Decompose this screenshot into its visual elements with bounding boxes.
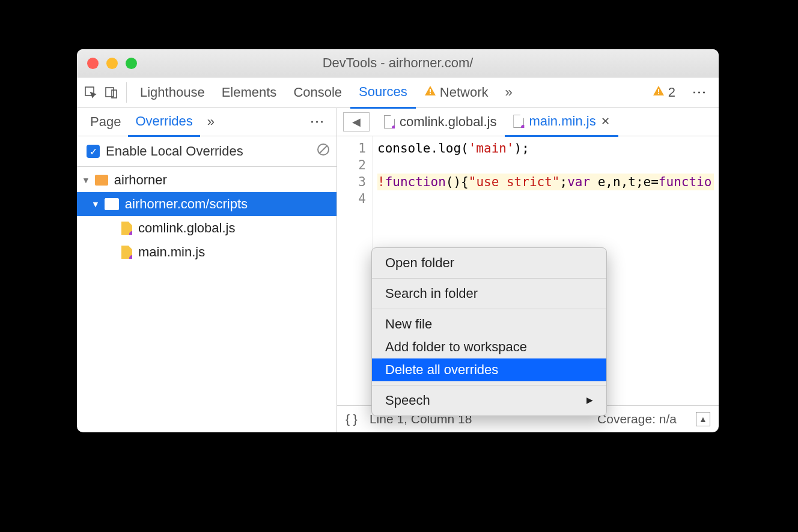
disclosure-triangle-icon[interactable]: ▼ xyxy=(91,199,100,209)
enable-overrides-checkbox[interactable]: ✓ xyxy=(87,145,100,158)
context-menu: Open folder Search in folder New file Ad… xyxy=(371,247,607,416)
file-tree: ▼ airhorner ▼ airhorner.com/scripts coml… xyxy=(77,167,337,432)
panel-tab-elements[interactable]: Elements xyxy=(213,77,285,107)
folder-icon xyxy=(105,198,119,210)
panel-tab-lighthouse[interactable]: Lighthouse xyxy=(132,77,213,107)
minimize-window-button[interactable] xyxy=(106,58,118,69)
modified-dot-icon xyxy=(392,125,397,130)
file-tab-label: main.min.js xyxy=(529,113,595,129)
titlebar: DevTools - airhorner.com/ xyxy=(77,49,719,77)
modified-dot-icon xyxy=(129,255,135,261)
more-navigator-tabs[interactable]: » xyxy=(200,108,222,136)
coverage-status: Coverage: n/a xyxy=(597,412,677,426)
navigate-back-button[interactable]: ◀ xyxy=(343,112,370,131)
disclosure-triangle-icon[interactable]: ▼ xyxy=(82,175,90,185)
main-panel-tabs: Lighthouse Elements Console Sources Netw… xyxy=(77,77,719,108)
traffic-lights xyxy=(87,58,137,69)
expand-button[interactable]: ▲ xyxy=(696,412,710,426)
tree-file-label: main.min.js xyxy=(138,244,205,260)
menu-separator xyxy=(372,309,606,309)
line-numbers: 1 2 3 4 xyxy=(337,136,373,405)
tree-folder-label: airhorner xyxy=(114,172,167,188)
warning-count: 2 xyxy=(668,85,675,100)
warnings-counter[interactable]: 2 xyxy=(644,77,684,107)
context-menu-item-speech[interactable]: Speech ▶ xyxy=(372,389,606,412)
file-tabs: ◀ comlink.global.js main.min.js ✕ xyxy=(337,108,719,136)
svg-rect-5 xyxy=(658,89,659,92)
panel-tab-network[interactable]: Network xyxy=(416,77,497,107)
folder-icon xyxy=(95,175,108,186)
warning-icon xyxy=(424,85,436,100)
warning-icon xyxy=(653,85,665,100)
tree-file-label: comlink.global.js xyxy=(138,220,235,236)
file-icon xyxy=(384,115,395,128)
inspect-element-icon[interactable] xyxy=(81,82,101,103)
file-icon xyxy=(121,222,132,235)
svg-rect-1 xyxy=(106,88,114,97)
navigator-tab-overrides[interactable]: Overrides xyxy=(128,107,200,137)
tree-file[interactable]: comlink.global.js xyxy=(77,216,337,240)
tree-folder-label: airhorner.com/scripts xyxy=(125,196,248,212)
context-menu-item-new-file[interactable]: New file xyxy=(372,313,606,336)
modified-dot-icon xyxy=(521,125,526,130)
submenu-arrow-icon: ▶ xyxy=(586,395,593,405)
svg-line-8 xyxy=(320,146,327,153)
more-panels-button[interactable]: » xyxy=(497,77,521,107)
divider xyxy=(126,82,127,103)
devtools-window: DevTools - airhorner.com/ Lighthouse Ele… xyxy=(77,49,719,432)
close-tab-icon[interactable]: ✕ xyxy=(601,115,610,128)
enable-overrides-label: Enable Local Overrides xyxy=(106,144,243,159)
clear-overrides-icon[interactable] xyxy=(316,142,330,161)
tree-folder-scripts[interactable]: ▼ airhorner.com/scripts xyxy=(77,192,337,216)
file-tab[interactable]: comlink.global.js xyxy=(376,108,505,136)
panel-tab-network-label: Network xyxy=(440,85,489,100)
svg-rect-3 xyxy=(430,89,431,92)
close-window-button[interactable] xyxy=(87,58,99,69)
menu-separator xyxy=(372,278,606,279)
navigator-tab-page[interactable]: Page xyxy=(83,108,128,136)
zoom-window-button[interactable] xyxy=(126,58,137,69)
context-menu-item-open-folder[interactable]: Open folder xyxy=(372,252,606,274)
settings-menu-button[interactable]: ⋮ xyxy=(691,77,708,108)
context-menu-item-add-workspace[interactable]: Add folder to workspace xyxy=(372,336,606,358)
navigator-tabs: Page Overrides » ⋮ xyxy=(77,108,337,136)
tree-folder-root[interactable]: ▼ airhorner xyxy=(77,168,337,192)
file-icon xyxy=(513,115,524,128)
panel-tab-sources[interactable]: Sources xyxy=(350,77,416,109)
menu-separator xyxy=(372,385,606,385)
window-title: DevTools - airhorner.com/ xyxy=(77,55,719,71)
panel-tab-console[interactable]: Console xyxy=(285,77,350,107)
svg-rect-6 xyxy=(658,93,659,94)
file-icon xyxy=(121,246,132,259)
modified-dot-icon xyxy=(129,231,135,237)
context-menu-item-search-folder[interactable]: Search in folder xyxy=(372,282,606,305)
navigator-menu-button[interactable]: ⋮ xyxy=(309,106,326,138)
file-tab-label: comlink.global.js xyxy=(400,114,496,130)
sidebar: Page Overrides » ⋮ ✓ Enable Local Overri… xyxy=(77,108,337,432)
context-menu-item-delete-overrides[interactable]: Delete all overrides xyxy=(372,358,606,381)
overrides-toolbar: ✓ Enable Local Overrides xyxy=(77,136,337,167)
tree-file[interactable]: main.min.js xyxy=(77,240,337,264)
svg-rect-4 xyxy=(430,93,431,94)
device-toolbar-icon[interactable] xyxy=(101,82,121,103)
pretty-print-button[interactable]: { } xyxy=(346,412,358,426)
file-tab-active[interactable]: main.min.js ✕ xyxy=(505,107,618,137)
